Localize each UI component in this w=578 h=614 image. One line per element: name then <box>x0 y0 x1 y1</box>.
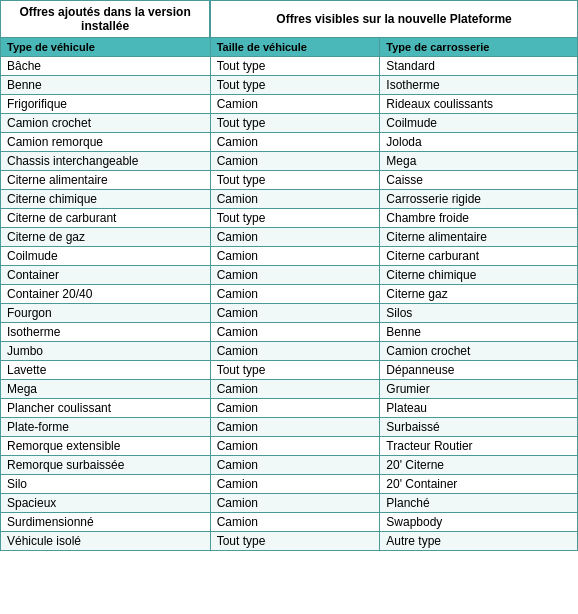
col1-cell: Container 20/40 <box>1 285 211 304</box>
col1-cell: Fourgon <box>1 304 211 323</box>
col2-cell: Camion <box>210 152 380 171</box>
col2-cell: Camion <box>210 304 380 323</box>
col1-cell: Camion crochet <box>1 114 211 133</box>
col1-cell: Véhicule isolé <box>1 532 211 551</box>
col1-cell: Surdimensionné <box>1 513 211 532</box>
col3-cell: Tracteur Routier <box>380 437 578 456</box>
col2-cell: Tout type <box>210 114 380 133</box>
col2-cell: Camion <box>210 342 380 361</box>
main-table: Offres ajoutés dans la version installée… <box>0 0 578 551</box>
col1-cell: Citerne alimentaire <box>1 171 211 190</box>
col3-cell: Surbaissé <box>380 418 578 437</box>
col2-cell: Camion <box>210 266 380 285</box>
col3-cell: Citerne carburant <box>380 247 578 266</box>
header-left: Offres ajoutés dans la version installée <box>1 1 211 38</box>
col3-cell: 20' Citerne <box>380 456 578 475</box>
table-row: JumboCamionCamion crochet <box>1 342 578 361</box>
table-row: Plate-formeCamionSurbaissé <box>1 418 578 437</box>
col3-cell: Autre type <box>380 532 578 551</box>
col2-cell: Camion <box>210 323 380 342</box>
col2-cell: Camion <box>210 380 380 399</box>
col3-cell: Citerne alimentaire <box>380 228 578 247</box>
col2-cell: Camion <box>210 285 380 304</box>
col2-cell: Tout type <box>210 57 380 76</box>
table-row: LavetteTout typeDépanneuse <box>1 361 578 380</box>
subheader-col3: Type de carrosserie <box>380 38 578 57</box>
col3-cell: Benne <box>380 323 578 342</box>
table-row: SiloCamion20' Container <box>1 475 578 494</box>
col3-cell: Planché <box>380 494 578 513</box>
subheader-col2: Taille de véhicule <box>210 38 380 57</box>
table-row: Citerne chimiqueCamionCarrosserie rigide <box>1 190 578 209</box>
table-row: Camion crochetTout typeCoilmude <box>1 114 578 133</box>
col2-cell: Tout type <box>210 532 380 551</box>
table-row: MegaCamionGrumier <box>1 380 578 399</box>
col3-cell: Grumier <box>380 380 578 399</box>
col2-cell: Camion <box>210 437 380 456</box>
table-row: FourgonCamionSilos <box>1 304 578 323</box>
col2-cell: Tout type <box>210 171 380 190</box>
table-row: SurdimensionnéCamionSwapbody <box>1 513 578 532</box>
col3-cell: Camion crochet <box>380 342 578 361</box>
table-row: Plancher coulissantCamionPlateau <box>1 399 578 418</box>
col3-cell: Isotherme <box>380 76 578 95</box>
col3-cell: Carrosserie rigide <box>380 190 578 209</box>
col1-cell: Chassis interchangeable <box>1 152 211 171</box>
table-row: Chassis interchangeableCamionMega <box>1 152 578 171</box>
col1-cell: Plancher coulissant <box>1 399 211 418</box>
table-row: CoilmudeCamionCiterne carburant <box>1 247 578 266</box>
col2-cell: Camion <box>210 133 380 152</box>
col1-cell: Silo <box>1 475 211 494</box>
table-row: Véhicule isoléTout typeAutre type <box>1 532 578 551</box>
col2-cell: Camion <box>210 418 380 437</box>
col3-cell: Plateau <box>380 399 578 418</box>
col1-cell: Coilmude <box>1 247 211 266</box>
table-row: BenneTout typeIsotherme <box>1 76 578 95</box>
col3-cell: Standard <box>380 57 578 76</box>
col3-cell: Rideaux coulissants <box>380 95 578 114</box>
col1-cell: Citerne chimique <box>1 190 211 209</box>
col2-cell: Tout type <box>210 76 380 95</box>
table-row: Citerne de carburantTout typeChambre fro… <box>1 209 578 228</box>
col3-cell: Dépanneuse <box>380 361 578 380</box>
col1-cell: Plate-forme <box>1 418 211 437</box>
col1-cell: Mega <box>1 380 211 399</box>
table-row: FrigorifiqueCamionRideaux coulissants <box>1 95 578 114</box>
table-row: IsothermeCamionBenne <box>1 323 578 342</box>
col3-cell: Swapbody <box>380 513 578 532</box>
col2-cell: Tout type <box>210 361 380 380</box>
col1-cell: Container <box>1 266 211 285</box>
col2-cell: Camion <box>210 456 380 475</box>
col1-cell: Citerne de gaz <box>1 228 211 247</box>
col1-cell: Citerne de carburant <box>1 209 211 228</box>
table-row: BâcheTout typeStandard <box>1 57 578 76</box>
col2-cell: Tout type <box>210 209 380 228</box>
table-row: Citerne de gazCamionCiterne alimentaire <box>1 228 578 247</box>
col3-cell: Coilmude <box>380 114 578 133</box>
col1-cell: Isotherme <box>1 323 211 342</box>
table-row: Remorque extensibleCamionTracteur Routie… <box>1 437 578 456</box>
col1-cell: Bâche <box>1 57 211 76</box>
table-row: Camion remorqueCamionJoloda <box>1 133 578 152</box>
col1-cell: Remorque extensible <box>1 437 211 456</box>
col2-cell: Camion <box>210 190 380 209</box>
table-row: Citerne alimentaireTout typeCaisse <box>1 171 578 190</box>
col2-cell: Camion <box>210 494 380 513</box>
table-row: SpacieuxCamionPlanché <box>1 494 578 513</box>
col2-cell: Camion <box>210 475 380 494</box>
table-row: Container 20/40CamionCiterne gaz <box>1 285 578 304</box>
col3-cell: Silos <box>380 304 578 323</box>
col2-cell: Camion <box>210 228 380 247</box>
header-right: Offres visibles sur la nouvelle Platefor… <box>210 1 577 38</box>
col1-cell: Spacieux <box>1 494 211 513</box>
col3-cell: Caisse <box>380 171 578 190</box>
col1-cell: Frigorifique <box>1 95 211 114</box>
col1-cell: Camion remorque <box>1 133 211 152</box>
table-row: ContainerCamionCiterne chimique <box>1 266 578 285</box>
col2-cell: Camion <box>210 247 380 266</box>
table-row: Remorque surbaisséeCamion20' Citerne <box>1 456 578 475</box>
col1-cell: Jumbo <box>1 342 211 361</box>
col1-cell: Lavette <box>1 361 211 380</box>
col3-cell: Mega <box>380 152 578 171</box>
col3-cell: Chambre froide <box>380 209 578 228</box>
